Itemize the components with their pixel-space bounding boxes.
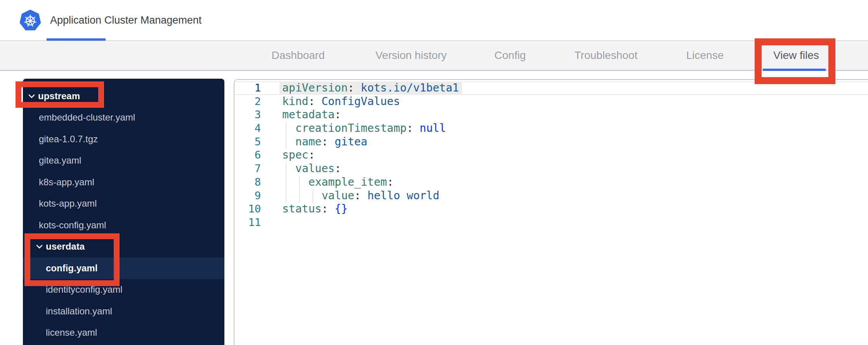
line-number: 1 <box>234 81 261 95</box>
line-number: 3 <box>234 108 261 122</box>
tree-file-license[interactable]: license.yaml <box>23 322 224 344</box>
tree-file-gitea-yaml[interactable]: gitea.yaml <box>23 150 224 172</box>
line-number: 10 <box>234 202 261 216</box>
tree-file-label: kots-app.yaml <box>39 198 97 209</box>
code-line: 5 name: gitea <box>234 135 868 149</box>
tree-file-label: license.yaml <box>46 327 97 338</box>
code-text: kind: ConfigValues <box>282 95 400 109</box>
code-line: 7 values: <box>234 162 868 176</box>
tree-file-label: gitea.yaml <box>39 155 81 166</box>
tree-file-embedded-cluster[interactable]: embedded-cluster.yaml <box>23 107 224 129</box>
code-text: values: <box>282 162 341 176</box>
code-text: creationTimestamp: null <box>282 122 446 135</box>
code-text: value: hello world <box>282 189 439 203</box>
tab-cluster-management[interactable]: Cluster Management <box>104 0 202 40</box>
tree-file-label: kots-config.yaml <box>39 220 106 231</box>
tree-file-installation[interactable]: installation.yaml <box>23 300 224 322</box>
tree-file-label: identityconfig.yaml <box>46 284 122 295</box>
code-line: 8 example_item: <box>234 176 868 189</box>
tab-dashboard[interactable]: Dashboard <box>272 41 325 70</box>
tree-file-kots-app[interactable]: kots-app.yaml <box>23 193 224 215</box>
line-number: 2 <box>234 95 261 109</box>
code-line: 10 status: {} <box>234 202 868 216</box>
tree-file-label: config.yaml <box>46 263 97 274</box>
tree-file-label: k8s-app.yaml <box>39 177 94 188</box>
yaml-file-viewer[interactable]: 1 apiVersion: kots.io/v1beta1 2 kind: Co… <box>234 79 868 345</box>
chevron-down-icon[interactable] <box>28 93 38 99</box>
code-text: status: {} <box>282 202 348 216</box>
code-line: 11 <box>234 216 868 229</box>
tree-file-config-selected[interactable]: config.yaml <box>23 257 224 279</box>
code-text: name: gitea <box>282 135 367 149</box>
code-lines: 1 apiVersion: kots.io/v1beta1 2 kind: Co… <box>234 81 868 229</box>
tab-version-history[interactable]: Version history <box>375 41 447 70</box>
code-text: apiVersion: kots.io/v1beta1 <box>279 81 462 95</box>
code-text: example_item: <box>282 176 394 189</box>
file-tree-sidebar: upstream embedded-cluster.yaml gitea-1.0… <box>23 79 224 345</box>
code-line: 6 spec: <box>234 148 868 162</box>
tree-file-label: embedded-cluster.yaml <box>39 112 135 123</box>
code-text: metadata: <box>282 108 341 122</box>
app-header: Application Cluster Management <box>0 0 868 41</box>
tree-folder-upstream[interactable]: upstream <box>23 85 224 107</box>
tab-troubleshoot[interactable]: Troubleshoot <box>575 41 637 70</box>
tab-application[interactable]: Application <box>50 0 101 40</box>
line-number: 4 <box>234 122 261 135</box>
code-text: spec: <box>282 148 315 162</box>
tree-folder-userdata[interactable]: userdata <box>23 236 224 258</box>
code-line: 9 value: hello world <box>234 189 868 203</box>
app-subnav: Dashboard Version history Config Trouble… <box>0 41 868 71</box>
tree-folder-label: userdata <box>46 241 85 252</box>
chevron-down-icon[interactable] <box>36 244 46 249</box>
active-header-tab-underline <box>47 38 106 41</box>
tree-file-label: installation.yaml <box>46 306 112 317</box>
code-line: 1 apiVersion: kots.io/v1beta1 <box>234 81 868 95</box>
tree-file-k8s-app[interactable]: k8s-app.yaml <box>23 171 224 193</box>
line-number: 11 <box>234 216 261 229</box>
tree-file-identityconfig[interactable]: identityconfig.yaml <box>23 279 224 301</box>
line-number: 6 <box>234 148 261 162</box>
tab-view-files[interactable]: View files <box>773 41 819 70</box>
line-number: 7 <box>234 162 261 176</box>
tree-file-label: gitea-1.0.7.tgz <box>39 134 98 145</box>
code-line: 4 creationTimestamp: null <box>234 122 868 135</box>
kubernetes-logo-icon <box>19 10 41 31</box>
code-line: 3 metadata: <box>234 108 868 122</box>
tree-folder-label: upstream <box>38 91 80 102</box>
line-number: 9 <box>234 189 261 203</box>
tab-license[interactable]: License <box>686 41 724 70</box>
code-line: 2 kind: ConfigValues <box>234 95 868 109</box>
active-subnav-tab-underline <box>763 69 826 71</box>
tree-file-kots-config[interactable]: kots-config.yaml <box>23 214 224 236</box>
tree-file-gitea-tgz[interactable]: gitea-1.0.7.tgz <box>23 128 224 150</box>
tab-config[interactable]: Config <box>495 41 526 70</box>
line-number: 5 <box>234 135 261 149</box>
line-number: 8 <box>234 176 261 189</box>
